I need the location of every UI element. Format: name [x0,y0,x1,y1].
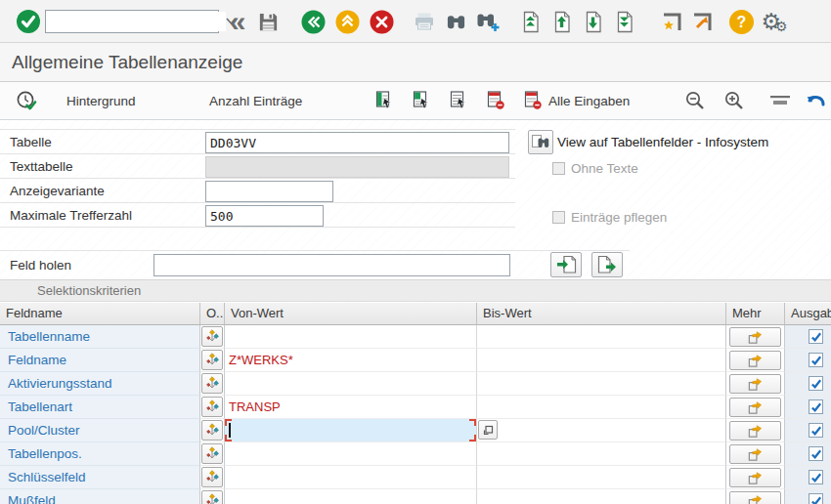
multiple-selection-button[interactable] [729,468,781,487]
next-page-button[interactable] [582,0,604,43]
find-next-button[interactable] [475,0,501,43]
output-checkbox[interactable] [809,423,823,438]
field-name-link[interactable]: Tabellenpos. [0,446,82,461]
zoom-in-button[interactable] [723,82,746,119]
selection-row-6: Schlüsselfeld [0,466,831,489]
field-name-link[interactable]: Aktivierungsstand [0,376,112,391]
value-help-button[interactable] [478,420,498,440]
selection-row-2: Aktivierungsstand [0,372,831,396]
execute-button[interactable] [16,82,38,119]
multiple-selection-button[interactable] [729,398,781,417]
selection-options-button[interactable] [201,326,223,347]
von-wert-cell[interactable] [225,325,477,349]
selection-options-icon [204,492,220,504]
selection-options-button[interactable] [201,443,223,464]
bis-wert-cell[interactable] [477,419,726,442]
zoom-out-button[interactable] [684,82,707,119]
anzeigevariante-input[interactable] [205,181,333,202]
field-name-link[interactable]: Mußfeld [0,493,56,504]
output-checkbox[interactable] [809,329,823,344]
von-wert-cell[interactable] [225,489,477,504]
selection-row-5: Tabellenpos. [0,442,831,466]
multiple-selection-arrow-icon [746,423,765,440]
layout-lines-button[interactable] [768,82,792,119]
multiple-selection-button[interactable] [729,444,781,464]
save-button[interactable] [256,0,280,43]
previous-page-button[interactable] [550,0,573,43]
focus-corner [225,419,232,426]
binoculars-icon [446,12,466,32]
infosystem-button[interactable] [528,130,553,154]
feld-uebernehmen-button[interactable] [550,252,582,277]
output-checkbox[interactable] [809,493,823,504]
hintergrund-button[interactable]: Hintergrund [66,82,136,119]
delete-all-inputs-button[interactable] [523,82,543,119]
last-page-button[interactable] [613,0,635,43]
naechstes-feld-button[interactable] [591,252,623,277]
output-checkbox[interactable] [809,399,823,414]
multiple-selection-button[interactable] [729,421,781,441]
multiple-selection-button[interactable] [729,351,781,370]
field-name-link[interactable]: Feldname [0,353,66,367]
create-shortcut-button[interactable] [659,0,683,43]
bis-wert-cell[interactable] [477,442,726,466]
von-wert-cell[interactable]: TRANSP [225,396,477,419]
von-wert-cell[interactable] [225,466,477,489]
output-checkbox[interactable] [809,376,823,391]
deselect-all-button[interactable] [449,82,468,119]
first-page-button[interactable] [519,0,542,43]
selection-options-button[interactable] [201,373,223,394]
bis-wert-cell[interactable] [477,325,726,349]
selection-options-button[interactable] [201,490,223,504]
anzahl-eintraege-button[interactable]: Anzahl Einträge [209,82,302,119]
cancel-button[interactable] [370,0,394,43]
output-checkbox[interactable] [809,353,823,367]
separator [0,129,515,130]
select-all-button[interactable] [374,82,394,119]
alle-eingaben-button[interactable]: Alle Eingaben [548,82,630,119]
maximale-trefferzahl-input[interactable] [205,205,324,227]
von-wert-cell[interactable] [225,419,477,442]
field-name-link[interactable]: Schlüsselfeld [0,470,86,484]
field-name-link[interactable]: Pool/Cluster [0,423,80,438]
command-field[interactable] [45,10,219,33]
selection-options-button[interactable] [201,420,223,441]
tabelle-input[interactable] [205,132,509,153]
multiple-selection-button[interactable] [729,374,781,394]
output-checkbox[interactable] [809,470,823,484]
collapse-toolbar-button[interactable]: « [225,0,250,43]
selection-options-button[interactable] [201,397,223,417]
bis-wert-cell[interactable] [477,349,726,372]
selektionskriterien-band: Selektionskriterien [0,279,831,302]
gui-actions-button[interactable] [689,0,714,43]
multiple-selection-button[interactable] [729,491,781,504]
output-checkbox[interactable] [809,446,823,461]
find-button[interactable] [445,0,466,43]
delete-selection-button[interactable] [486,82,505,119]
back-button[interactable] [301,0,326,43]
command-input[interactable] [46,12,226,31]
field-name-link[interactable]: Tabellenname [0,329,90,344]
help-button[interactable]: ? [729,10,754,34]
undo-button[interactable] [804,82,828,119]
bis-wert-cell[interactable] [477,396,726,419]
bis-wert-cell[interactable] [477,372,726,396]
selection-options-button[interactable] [201,467,223,487]
multiple-selection-button[interactable] [729,327,781,347]
print-button[interactable] [414,0,435,43]
bis-wert-cell[interactable] [477,466,726,489]
von-wert-value [225,376,229,391]
exit-button[interactable] [335,0,360,43]
select-block-button[interactable] [412,82,431,119]
von-wert-cell[interactable] [225,442,477,466]
von-wert-cell[interactable] [225,372,477,396]
enter-button[interactable] [16,0,41,43]
multiple-selection-arrow-icon [746,353,765,369]
layout-lines-icon [768,92,792,109]
bis-wert-cell[interactable] [477,489,726,504]
selection-options-button[interactable] [201,350,223,370]
feld-holen-input[interactable] [153,254,510,276]
field-name-link[interactable]: Tabellenart [0,399,72,414]
customize-layout-button[interactable]: ⚙ ⚙ [759,0,790,43]
von-wert-cell[interactable]: Z*WERKS* [225,349,477,372]
